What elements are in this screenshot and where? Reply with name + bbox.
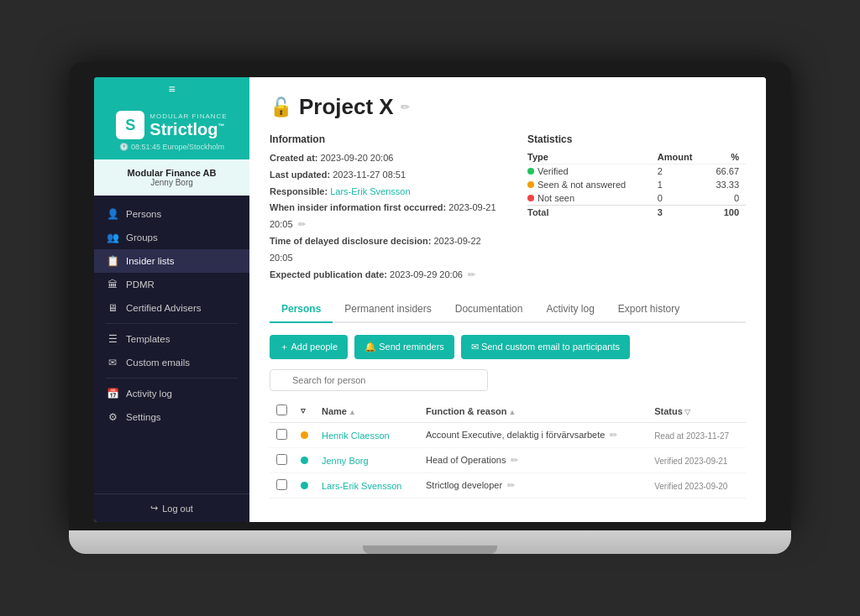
pdmr-icon: 🏛 bbox=[106, 279, 119, 290]
add-people-button[interactable]: ＋ Add people bbox=[270, 335, 348, 359]
sidebar-item-custom-emails[interactable]: ✉ Custom emails bbox=[94, 351, 249, 374]
sidebar: ≡ S MODULAR FINANCE Strictlog™ 🕐 bbox=[94, 77, 249, 522]
status-dot-amber bbox=[301, 431, 308, 439]
sort-name-icon[interactable]: ▲ bbox=[349, 408, 356, 416]
col-header-name: Name▲ bbox=[315, 399, 419, 423]
tabs-row: Persons Permanent insiders Documentation… bbox=[270, 296, 746, 323]
select-all-checkbox[interactable] bbox=[276, 405, 287, 415]
tab-activity-log[interactable]: Activity log bbox=[534, 296, 606, 323]
row-checkbox[interactable] bbox=[276, 479, 287, 490]
logout-icon: ↪ bbox=[150, 503, 158, 514]
sidebar-footer: ↪ Log out bbox=[94, 493, 249, 522]
sort-status-icon[interactable]: ▽ bbox=[684, 408, 690, 416]
insider-lists-icon: 📋 bbox=[106, 255, 119, 267]
info-updated: Last updated: 2023-11-27 08:51 bbox=[270, 167, 502, 184]
total-amount: 3 bbox=[658, 206, 709, 220]
logout-label: Log out bbox=[162, 504, 193, 514]
sidebar-item-label: Certified Advisers bbox=[126, 303, 201, 313]
table-row: Not seen 0 0 bbox=[527, 191, 746, 206]
page-title: Project X bbox=[299, 94, 394, 120]
user-name: Jenny Borg bbox=[102, 178, 241, 187]
persons-table: ▿ Name▲ Function & reason▲ Status▽ Henri… bbox=[270, 399, 746, 499]
persons-icon: 👤 bbox=[106, 208, 119, 220]
col-header-check bbox=[270, 399, 294, 423]
main-content: 🔓 Project X ✏ Information Created at: 20… bbox=[249, 77, 766, 522]
sidebar-item-label: Activity log bbox=[126, 389, 172, 399]
total-label: Total bbox=[527, 206, 658, 220]
sidebar-item-label: Settings bbox=[126, 412, 161, 422]
tab-export-history[interactable]: Export history bbox=[606, 296, 691, 323]
nav-divider bbox=[106, 323, 238, 324]
tab-documentation[interactable]: Documentation bbox=[443, 296, 535, 323]
main-inner: 🔓 Project X ✏ Information Created at: 20… bbox=[249, 77, 766, 522]
table-row: Lars-Erik Svensson Strictlog developer ✏… bbox=[270, 473, 746, 499]
send-reminders-button[interactable]: 🔔 Send reminders bbox=[354, 335, 454, 359]
hamburger-icon: ≡ bbox=[168, 82, 175, 96]
person-name-cell: Jenny Borg bbox=[315, 448, 419, 473]
person-function-cell: Strictlog developer ✏ bbox=[419, 473, 648, 499]
verified-dot bbox=[527, 168, 534, 175]
sidebar-item-groups[interactable]: 👥 Groups bbox=[94, 226, 249, 249]
logo-text: MODULAR FINANCE Strictlog™ bbox=[149, 112, 227, 138]
edit-project-icon[interactable]: ✏ bbox=[401, 101, 410, 113]
sidebar-item-pdmr[interactable]: 🏛 PDMR bbox=[94, 273, 249, 296]
row-check bbox=[270, 448, 294, 473]
company-name: Modular Finance AB bbox=[102, 168, 241, 178]
sidebar-item-label: Custom emails bbox=[126, 358, 190, 368]
edit-function-icon[interactable]: ✏ bbox=[507, 480, 515, 490]
tab-permanent-insiders[interactable]: Permanent insiders bbox=[333, 296, 443, 323]
sidebar-nav: 👤 Persons 👥 Groups 📋 Insider lists 🏛 PDM… bbox=[94, 196, 249, 493]
sidebar-item-label: PDMR bbox=[126, 279, 155, 290]
person-function-cell: Account Executive, delaktig i förvärvsar… bbox=[419, 423, 648, 448]
send-custom-email-button[interactable]: ✉ Send custom email to participants bbox=[461, 335, 630, 359]
info-delayed: Time of delayed disclosure decision: 202… bbox=[270, 233, 502, 267]
sidebar-item-label: Templates bbox=[126, 334, 170, 344]
edit-publication-icon[interactable]: ✏ bbox=[468, 269, 475, 279]
hamburger-menu[interactable]: ≡ bbox=[94, 77, 249, 101]
person-status-cell: Read at 2023-11-27 bbox=[648, 423, 746, 448]
sidebar-item-label: Groups bbox=[126, 232, 158, 243]
responsible-link[interactable]: Lars-Erik Svensson bbox=[330, 186, 410, 196]
table-row: Henrik Claesson Account Executive, delak… bbox=[270, 423, 746, 448]
stats-section: Statistics Type Amount % bbox=[527, 133, 746, 283]
row-dot bbox=[294, 423, 315, 448]
sort-function-icon[interactable]: ▲ bbox=[509, 408, 517, 416]
edit-function-icon[interactable]: ✏ bbox=[511, 455, 518, 465]
stat-type: Seen & not answered bbox=[527, 178, 658, 191]
logout-button[interactable]: ↪ Log out bbox=[102, 503, 241, 514]
edit-insider-icon[interactable]: ✏ bbox=[298, 219, 306, 229]
seen-dot bbox=[527, 181, 534, 188]
stat-type: Verified bbox=[527, 164, 658, 179]
search-row: 🔍 bbox=[270, 369, 746, 391]
stat-type: Not seen bbox=[527, 191, 658, 206]
sidebar-item-label: Persons bbox=[126, 209, 161, 219]
sidebar-item-insider-lists[interactable]: 📋 Insider lists bbox=[94, 249, 249, 273]
row-check bbox=[270, 473, 294, 499]
sidebar-item-settings[interactable]: ⚙ Settings bbox=[94, 405, 249, 429]
stat-amount: 2 bbox=[658, 164, 709, 179]
lock-icon: 🔓 bbox=[270, 97, 292, 118]
row-checkbox[interactable] bbox=[276, 454, 287, 465]
laptop-base bbox=[69, 530, 791, 554]
person-name-link[interactable]: Lars-Erik Svensson bbox=[322, 481, 401, 491]
search-input[interactable] bbox=[270, 369, 488, 391]
person-status-cell: Verified 2023-09-21 bbox=[648, 448, 746, 473]
sidebar-item-activity-log[interactable]: 📅 Activity log bbox=[94, 382, 249, 405]
row-checkbox[interactable] bbox=[276, 429, 287, 440]
person-name-cell: Lars-Erik Svensson bbox=[315, 473, 419, 499]
person-name-link[interactable]: Jenny Borg bbox=[322, 456, 369, 466]
info-publication: Expected publication date: 2023-09-29 20… bbox=[270, 267, 502, 284]
table-row: Jenny Borg Head of Operations ✏ Verified… bbox=[270, 448, 746, 473]
time-display: 🕐 08:51:45 Europe/Stockholm bbox=[102, 143, 241, 151]
sidebar-item-templates[interactable]: ☰ Templates bbox=[94, 327, 249, 351]
table-row: Seen & not answered 1 33.33 bbox=[527, 178, 746, 191]
status-dot-teal bbox=[301, 457, 308, 464]
edit-function-icon[interactable]: ✏ bbox=[610, 430, 617, 440]
sidebar-item-certified-advisers[interactable]: 🖥 Certified Advisers bbox=[94, 296, 249, 320]
tab-persons[interactable]: Persons bbox=[270, 296, 333, 323]
person-name-link[interactable]: Henrik Claesson bbox=[322, 431, 390, 441]
info-insider-occurred: When insider information first occurred:… bbox=[270, 200, 502, 233]
laptop: ≡ S MODULAR FINANCE Strictlog™ 🕐 bbox=[69, 62, 791, 554]
sidebar-item-persons[interactable]: 👤 Persons bbox=[94, 202, 249, 226]
templates-icon: ☰ bbox=[106, 333, 119, 345]
